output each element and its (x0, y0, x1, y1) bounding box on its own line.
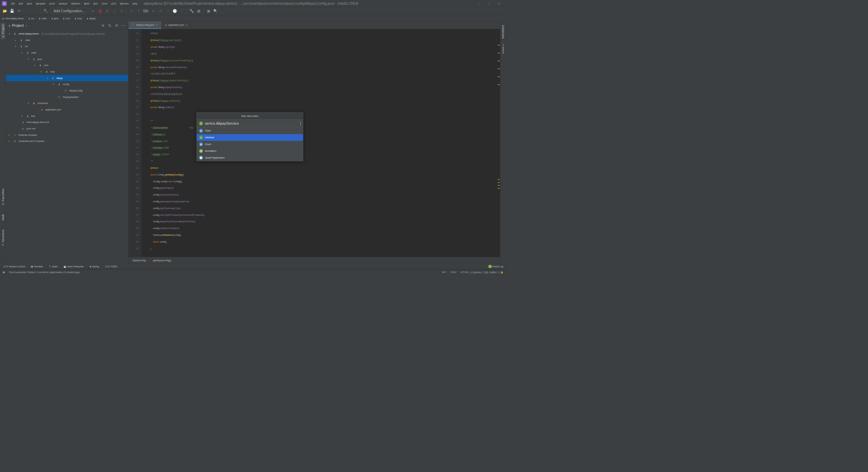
git-commit-icon[interactable]: ✓ (158, 8, 163, 13)
editor-tab-active[interactable]: ⒸAlipayConfig.java× (129, 21, 161, 29)
run-icon[interactable]: ▶ (91, 8, 96, 13)
code-editor[interactable]: //RSA2 @Value("${alipay.signType}") priv… (141, 29, 496, 257)
coverage-icon[interactable]: ◧ (105, 8, 110, 13)
nav-crumb[interactable]: ▮java (52, 17, 58, 20)
search-everywhere-icon[interactable]: 🔍 (213, 8, 218, 13)
locate-icon[interactable]: ⊕ (101, 23, 105, 28)
build-icon[interactable]: 🔨 (43, 8, 48, 13)
nav-crumb[interactable]: ▮main (39, 17, 47, 20)
editor-breadcrumb[interactable]: AlipayConfig〉getAlipayConfig() (129, 257, 500, 263)
line-gutter[interactable]: 3031323334353637383940414243444546474849… (129, 29, 141, 257)
popup-option-javafxapplication[interactable]: ▣JavaFXApplication (197, 154, 303, 161)
menu-tools[interactable]: Tools (100, 1, 109, 6)
menu-file[interactable]: File (9, 1, 17, 6)
vcs-update-icon[interactable]: ⬇ (129, 8, 134, 13)
settings-icon[interactable]: 🔧 (189, 8, 194, 13)
run-config-dropdown[interactable]: Add Configuration... (50, 8, 88, 14)
menu-build[interactable]: Build (82, 1, 92, 6)
tree-leaf[interactable]: ⒸAlipayConfig (6, 87, 128, 94)
popup-option-annotation[interactable]: @Annotation (197, 148, 303, 155)
expand-all-icon[interactable]: ⇆ (107, 23, 112, 28)
tree-node-root[interactable]: ▾▮mind-alipay-demoD:\code\MyGiteeProject… (6, 30, 128, 37)
tool-tab-vcs[interactable]: ⎇ 9: Version Control (3, 265, 25, 268)
popup-option-enum[interactable]: EEnum (197, 141, 303, 148)
menu-vcs[interactable]: VCS (109, 1, 118, 6)
git-pull-icon[interactable]: ✓ (151, 8, 156, 13)
tree-node[interactable]: ▾▮main (6, 49, 128, 56)
minimize-icon[interactable]: — (478, 2, 480, 5)
close-tab-icon[interactable]: × (156, 23, 158, 26)
tree-node[interactable]: ▾▮java (6, 56, 128, 62)
nav-crumb[interactable]: ▮tony (75, 17, 82, 20)
nav-crumb[interactable]: ▮alipay (87, 17, 96, 20)
nav-crumb[interactable]: ▮com (63, 17, 70, 20)
save-all-icon[interactable]: 💾 (9, 8, 14, 13)
menu-navigate[interactable]: Navigate (34, 1, 47, 6)
tree-leaf[interactable]: ⒸPayApplication (6, 94, 128, 100)
status-icon[interactable]: ▣ (3, 271, 5, 274)
git-push-icon[interactable]: ↗ (165, 8, 170, 13)
tool-tab-project[interactable]: 1: Project (1, 23, 5, 39)
popup-option-interface[interactable]: IInterface (197, 134, 303, 141)
tool-tab-structure[interactable]: 7: Structure (1, 228, 5, 248)
nav-crumb[interactable]: ▮src (28, 17, 34, 20)
back-icon[interactable]: ← (26, 8, 31, 13)
close-icon[interactable]: ✕ (498, 2, 500, 5)
event-log-button[interactable]: 3 Event Log (488, 265, 503, 268)
tree-node[interactable]: ▸⫴External Libraries (6, 132, 128, 138)
profile-icon[interactable]: ⊙ (112, 8, 117, 13)
tool-tab-favorites[interactable]: 2: Favorites (1, 187, 5, 207)
tree-leaf[interactable]: ◆application.yml (6, 106, 128, 113)
tree-node[interactable]: ▸▮.idea (6, 37, 128, 43)
tree-leaf[interactable]: ◉mind-alipay-demo.iml (6, 119, 128, 126)
vcs-commit-icon[interactable]: ⬆ (136, 8, 141, 13)
sync-icon[interactable]: ⟳ (17, 8, 21, 13)
menu-analyze[interactable]: Analyze (57, 1, 70, 6)
class-name-input[interactable] (205, 121, 299, 126)
menu-edit[interactable]: Edit (17, 1, 25, 6)
menu-refactor[interactable]: Refactor (69, 1, 82, 6)
run-anything-icon[interactable]: ▣ (206, 8, 211, 13)
tool-tab-build[interactable]: 🔨 Build (49, 265, 58, 268)
git-history-icon[interactable]: 🕐 (172, 8, 177, 13)
error-stripe[interactable] (496, 29, 500, 257)
tree-node[interactable]: ▾▮tony (6, 68, 128, 75)
tool-tab-database[interactable]: Database (501, 23, 506, 40)
settings-gear-icon[interactable]: ⚙ (114, 23, 119, 28)
tree-node[interactable]: ▾▮com (6, 62, 128, 69)
project-view-label[interactable]: Project (12, 23, 24, 28)
git-revert-icon[interactable]: ↶ (179, 8, 184, 13)
forward-icon[interactable]: → (34, 8, 38, 13)
hide-icon[interactable]: — (121, 23, 125, 28)
tree-node-selected[interactable]: ▾▮alipay (6, 75, 128, 81)
tree-leaf[interactable]: mpom.xml (6, 125, 128, 132)
editor-tab[interactable]: ◆application.yml× (161, 21, 191, 29)
project-tree[interactable]: ▾▮mind-alipay-demoD:\code\MyGiteeProject… (6, 29, 128, 263)
tool-tab-maven[interactable]: m Maven (501, 42, 506, 55)
nav-crumb[interactable]: ▮mind-alipay-demo (2, 17, 24, 20)
menu-help[interactable]: Help (131, 1, 139, 6)
popup-option-class[interactable]: CClass (197, 127, 303, 134)
menu-window[interactable]: Window (118, 1, 131, 6)
tree-node[interactable]: ▸▮test (6, 113, 128, 119)
tool-tab-todo[interactable]: ☑ 6: TODO (105, 265, 117, 268)
tree-node[interactable]: ▾▮src (6, 43, 128, 50)
cursor-position[interactable]: 49:7 (442, 271, 447, 274)
open-icon[interactable]: 📂 (2, 8, 7, 13)
menu-code[interactable]: Code (47, 1, 57, 6)
line-separator[interactable]: CRLF (451, 271, 457, 274)
tool-tab-terminal[interactable]: ▣ Terminal (31, 265, 43, 268)
project-structure-icon[interactable]: ▦ (196, 8, 201, 13)
tree-node[interactable]: ▾▮config (6, 81, 128, 88)
menu-run[interactable]: Run (92, 1, 100, 6)
debug-icon[interactable]: 🐞 (98, 8, 103, 13)
menu-view[interactable]: View (25, 1, 34, 6)
stop-icon[interactable]: ■ (119, 8, 124, 13)
tool-tab-javaee[interactable]: ☕ Java Enterprise (63, 265, 83, 268)
tree-node[interactable]: ▾▮resources (6, 100, 128, 107)
tool-tab-spring[interactable]: ❀ Spring (90, 265, 99, 268)
close-tab-icon[interactable]: × (186, 23, 188, 27)
tool-tab-web[interactable]: Web (1, 212, 5, 222)
maximize-icon[interactable]: ☐ (488, 2, 490, 5)
tree-node[interactable]: ▸⊡Scratches and Consoles (6, 138, 128, 145)
